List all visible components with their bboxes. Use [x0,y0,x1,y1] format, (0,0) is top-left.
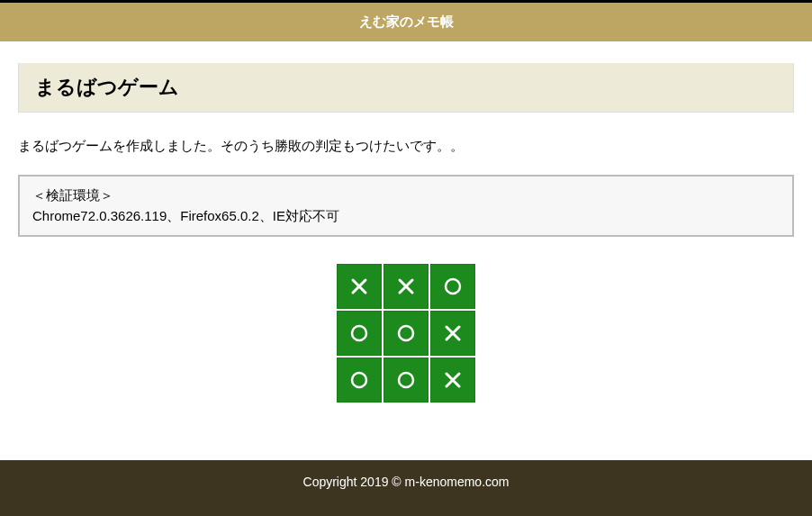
x-mark-icon [443,370,463,390]
game-board [18,264,794,403]
o-mark-icon [348,322,370,344]
cell-1-0[interactable] [337,311,382,356]
svg-point-4 [446,279,460,294]
environment-heading: ＜検証環境＞ [32,186,780,206]
page-title: まるばつゲーム [18,63,794,113]
site-title: えむ家のメモ帳 [359,14,454,29]
o-mark-icon [395,369,417,391]
page-description: まるばつゲームを作成しました。そのうち勝敗の判定もつけたいです。。 [18,138,794,155]
cell-2-1[interactable] [383,358,429,403]
cell-2-2[interactable] [430,358,475,403]
x-mark-icon [396,276,416,296]
site-footer: Copyright 2019 © m-kenomemo.com [0,460,812,516]
o-mark-icon [395,322,417,344]
svg-point-9 [352,373,366,387]
cell-1-1[interactable] [383,311,429,356]
cell-1-2[interactable] [430,311,475,356]
svg-point-5 [352,326,366,340]
main-content: まるばつゲーム まるばつゲームを作成しました。そのうち勝敗の判定もつけたいです。… [0,41,812,433]
o-mark-icon [442,276,464,297]
cell-0-0[interactable] [337,264,382,309]
environment-box: ＜検証環境＞ Chrome72.0.3626.119、Firefox65.0.2… [18,175,794,237]
cell-0-2[interactable] [430,264,475,309]
copyright: Copyright 2019 © m-kenomemo.com [303,475,510,489]
svg-point-6 [399,326,413,340]
o-mark-icon [348,369,370,391]
x-mark-icon [349,276,369,296]
svg-point-10 [399,373,413,387]
site-header: えむ家のメモ帳 [0,3,812,41]
cell-0-1[interactable] [383,264,429,309]
x-mark-icon [443,323,463,343]
cell-2-0[interactable] [337,358,382,403]
environment-text: Chrome72.0.3626.119、Firefox65.0.2、IE対応不可 [32,206,780,227]
